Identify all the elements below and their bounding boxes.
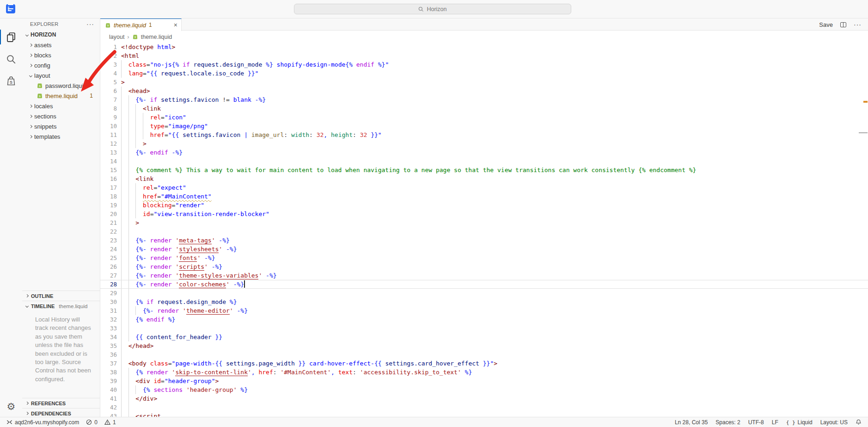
editor-area: S theme.liquid 1 × Save ··· layout › S t…	[100, 19, 868, 417]
status-item-warning[interactable]: 1	[104, 419, 116, 426]
file-label: HORIZON	[31, 31, 56, 38]
panel-timeline-header[interactable]: TIMELINE theme.liquid	[22, 301, 100, 311]
sidebar-item-HORIZON[interactable]: HORIZON	[22, 30, 100, 40]
code-line-6[interactable]: 6 <head>	[100, 87, 868, 95]
code-line-10[interactable]: 10 type="image/png"	[100, 122, 868, 130]
sidebar-item-assets[interactable]: assets	[22, 40, 100, 50]
code-line-1[interactable]: 1<!doctype html>	[100, 43, 868, 51]
code-line-38[interactable]: 38 {% render 'skip-to-content-link', hre…	[100, 368, 868, 377]
chevron-right-icon	[25, 402, 29, 405]
code-line-20[interactable]: 20 id="view-transition-render-blocker"	[100, 210, 868, 218]
chevron-down-icon	[25, 304, 29, 308]
code-line-30[interactable]: 30 {% if request.design_mode %}	[100, 297, 868, 306]
file-label: password.liquid	[45, 82, 87, 89]
status-item[interactable]: UTF-8	[748, 419, 764, 426]
sidebar-item-blocks[interactable]: blocks	[22, 50, 100, 60]
code-line-43[interactable]: 43 <script	[100, 412, 868, 417]
status-item-braces[interactable]: { }Liquid	[786, 419, 813, 426]
status-text: aqd2n6-vu.myshopify.com	[15, 419, 79, 426]
panel-outline[interactable]: OUTLINE	[22, 291, 100, 301]
svg-text:S: S	[10, 80, 12, 85]
chevron-right-icon	[29, 104, 32, 107]
breadcrumb-file[interactable]: theme.liquid	[141, 34, 172, 40]
error-icon	[86, 419, 92, 425]
sidebar-item-sections[interactable]: sections	[22, 111, 100, 121]
code-line-32[interactable]: 32 {% endif %}	[100, 315, 868, 324]
breadcrumb-folder[interactable]: layout	[109, 34, 124, 40]
code-line-14[interactable]: 14	[100, 157, 868, 166]
code-line-13[interactable]: 13 {%- endif -%}	[100, 148, 868, 157]
sidebar-item-snippets[interactable]: snippets	[22, 121, 100, 131]
command-center-search[interactable]: Horizon	[294, 4, 571, 14]
file-label: assets	[34, 42, 52, 49]
code-line-41[interactable]: 41 </div>	[100, 394, 868, 403]
code-line-31[interactable]: 31 {%- render 'theme-editor' -%}	[100, 306, 868, 315]
code-line-26[interactable]: 26 {%- render 'scripts' -%}	[100, 262, 868, 271]
code-line-39[interactable]: 39 <div id="header-group">	[100, 377, 868, 385]
status-text: UTF-8	[748, 419, 764, 426]
code-line-28[interactable]: 28 {%- render 'color-schemes' -%}	[100, 280, 868, 289]
code-line-22[interactable]: 22	[100, 227, 868, 236]
save-button[interactable]: Save	[819, 21, 833, 28]
sidebar-item-password-liquid[interactable]: Spassword.liquid	[22, 80, 100, 91]
panel-references[interactable]: REFERENCES	[22, 398, 100, 408]
code-line-19[interactable]: 19 blocking="render"	[100, 201, 868, 210]
code-line-37[interactable]: 37 <body class="page-width-{{ settings.p…	[100, 359, 868, 368]
status-item[interactable]: LF	[772, 419, 778, 426]
code-line-12[interactable]: 12 >	[100, 139, 868, 148]
status-item[interactable]: Spaces: 2	[715, 419, 740, 426]
status-item-remote[interactable]: aqd2n6-vu.myshopify.com	[6, 419, 79, 426]
sidebar-item-templates[interactable]: templates	[22, 131, 100, 142]
split-editor-icon[interactable]	[840, 22, 846, 27]
file-label: sections	[34, 113, 56, 120]
code-line-34[interactable]: 34 {{ content_for_header }}	[100, 333, 868, 341]
code-line-27[interactable]: 27 {%- render 'theme-styles-variables' -…	[100, 271, 868, 280]
tab-problem-badge: 1	[149, 22, 152, 28]
code-line-3[interactable]: 3 class="no-js{% if request.design_mode …	[100, 60, 868, 69]
code-line-4[interactable]: 4 lang="{{ request.locale.iso_code }}"	[100, 69, 868, 78]
code-line-24[interactable]: 24 {%- render 'stylesheets' -%}	[100, 245, 868, 254]
file-label: locales	[34, 103, 53, 110]
code-line-23[interactable]: 23 {%- render 'meta-tags' -%}	[100, 236, 868, 245]
search-icon	[418, 6, 424, 12]
search-view-icon[interactable]	[0, 49, 22, 69]
code-line-5[interactable]: 5>	[100, 78, 868, 87]
code-line-35[interactable]: 35 </head>	[100, 341, 868, 350]
code-line-17[interactable]: 17 rel="expect"	[100, 183, 868, 192]
code-line-33[interactable]: 33	[100, 324, 868, 333]
sidebar-item-locales[interactable]: locales	[22, 101, 100, 111]
status-item[interactable]: Layout: US	[820, 419, 848, 426]
code-line-18[interactable]: 18 href="#MainContent"	[100, 192, 868, 201]
sidebar-item-theme-liquid[interactable]: Stheme.liquid1	[22, 91, 100, 101]
sidebar-item-config[interactable]: config	[22, 60, 100, 70]
settings-gear-icon[interactable]: ⚙	[0, 396, 22, 417]
explorer-sidebar: EXPLORER ··· HORIZONassetsblocksconfigla…	[22, 19, 100, 417]
code-line-8[interactable]: 8 <link	[100, 104, 868, 113]
sidebar-item-layout[interactable]: layout	[22, 70, 100, 80]
code-line-16[interactable]: 16 <link	[100, 174, 868, 183]
explorer-icon[interactable]	[0, 27, 22, 47]
code-line-7[interactable]: 7 {%- if settings.favicon != blank -%}	[100, 95, 868, 104]
status-item-error[interactable]: 0	[86, 419, 98, 426]
code-line-11[interactable]: 11 href="{{ settings.favicon | image_url…	[100, 130, 868, 139]
chevron-right-icon	[29, 63, 32, 67]
status-text: Ln 28, Col 35	[675, 419, 708, 426]
chevron-down-icon	[29, 74, 32, 77]
code-editor[interactable]: 1<!doctype html>2<html3 class="no-js{% i…	[100, 43, 868, 417]
code-line-40[interactable]: 40 {% sections 'header-group' %}	[100, 385, 868, 394]
status-item-bell[interactable]	[856, 419, 862, 425]
code-line-25[interactable]: 25 {%- render 'fonts' -%}	[100, 254, 868, 262]
editor-more-icon[interactable]: ···	[854, 21, 862, 28]
code-line-2[interactable]: 2<html	[100, 51, 868, 60]
code-line-42[interactable]: 42	[100, 403, 868, 412]
shopify-panel-icon[interactable]: S	[0, 71, 22, 91]
sidebar-more-icon[interactable]: ···	[86, 20, 94, 28]
code-line-36[interactable]: 36	[100, 350, 868, 359]
code-line-29[interactable]: 29	[100, 289, 868, 297]
tab-close-icon[interactable]: ×	[174, 21, 177, 29]
code-line-9[interactable]: 9 rel="icon"	[100, 113, 868, 122]
code-line-15[interactable]: 15 {% comment %} This a way to wait for …	[100, 166, 868, 174]
code-line-21[interactable]: 21 >	[100, 218, 868, 227]
tab-theme-liquid[interactable]: S theme.liquid 1 ×	[100, 19, 182, 31]
status-item[interactable]: Ln 28, Col 35	[675, 419, 708, 426]
